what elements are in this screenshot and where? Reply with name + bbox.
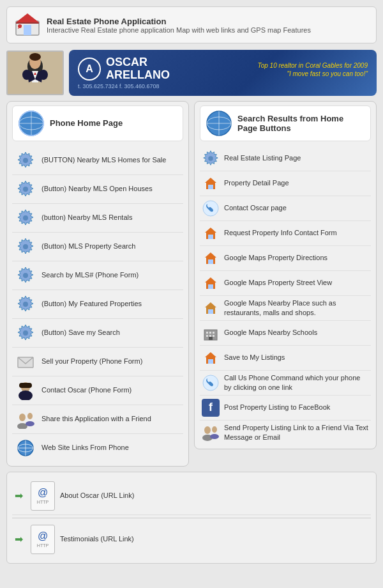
svg-rect-50 [208,235,213,239]
right-list-item[interactable]: Google Maps Property Street View [200,271,371,296]
list-item[interactable]: Web Site Links From Phone [12,434,183,462]
right-list-item[interactable]: Google Maps Property Directions [200,246,371,271]
svg-point-14 [22,70,31,80]
svg-rect-66 [208,359,213,364]
globe-icon [15,437,36,459]
item-9-text: Share this Application with a Friend [41,414,151,423]
list-item[interactable]: (BUTTON) Nearby MLS Homes for Sale [12,146,183,175]
right-panel: Search Results from Home Page Buttons Re… [194,101,377,449]
right-item-2-text: Contact Oscar page [224,203,287,212]
list-item[interactable]: (button) Nearby MLS Rentals [12,204,183,233]
right-item-10-text: Post Property Listing to FaceBook [224,403,330,412]
url-item-1[interactable]: ➡ @ HTTP Testimonials (URL Link) [12,521,371,558]
arrow-icon: ➡ [15,490,23,502]
list-item[interactable]: (Button) MLS Property Search [12,233,183,261]
svg-point-15 [39,70,48,80]
gear-icon [15,322,36,344]
right-list-item[interactable]: Request Property Info Contact Form [200,221,371,246]
svg-rect-59 [209,332,211,334]
agent-name-line1: OSCAR [106,56,170,69]
left-panel-header: Phone Home Page [12,105,183,141]
list-item[interactable]: (Button) Nearby MLS Open Houses [12,175,183,204]
header-text: Real Estate Phone Application Interactiv… [47,17,311,34]
url-1-text: Testimonials (URL Link) [60,534,134,543]
house-icon [201,274,220,293]
svg-point-33 [19,414,26,421]
gear-icon [15,265,36,286]
right-list-item[interactable]: Call Us Phone Command which your phone b… [200,371,371,396]
list-item[interactable]: (Button) Save my Search [12,319,183,348]
svg-point-9 [29,53,41,61]
right-item-6-text: Google Maps Nearby Place such as restaur… [224,298,370,317]
svg-rect-47 [208,185,213,189]
right-panel-icon [206,110,232,137]
house-icon [201,174,220,193]
svg-point-35 [27,413,33,419]
envelope-icon [15,351,36,373]
svg-point-27 [23,302,28,307]
left-column: Phone Home Page (BUTTON) Nearby MLS Home… [6,101,189,467]
svg-rect-58 [206,332,208,334]
phone-icon [201,373,220,392]
svg-point-32 [19,391,33,400]
right-list-item[interactable]: Contact Oscar page [200,196,371,221]
svg-rect-31 [19,383,32,388]
item-2-text: (button) Nearby MLS Rentals [41,213,132,222]
list-item[interactable]: Sell your Property (Phone Form) [12,348,183,376]
svg-rect-3 [16,22,39,24]
list-item[interactable]: (Button) My Featured Properties [12,290,183,319]
right-item-3-text: Request Property Info Contact Form [224,228,337,237]
svg-rect-60 [213,332,214,334]
right-list-item[interactable]: Real Estate Listing Page [200,146,371,171]
facebook-icon: f [201,398,220,417]
phone-icon [201,199,220,218]
svg-rect-62 [209,335,211,337]
url-file-icon: @ HTTP [31,525,55,554]
header-bar: Real Estate Phone Application Interactiv… [6,6,377,43]
svg-point-68 [204,426,211,434]
left-panel: Phone Home Page (BUTTON) Nearby MLS Home… [6,101,189,467]
gear-icon [15,207,36,229]
item-10-text: Web Site Links From Phone [41,443,129,452]
svg-point-70 [212,426,217,433]
item-4-text: Search by MLS# (Phone Form) [41,270,139,279]
left-panel-title: Phone Home Page [50,118,123,128]
gear-icon [15,150,36,171]
right-list-item[interactable]: Google Maps Nearby Schools [200,321,371,346]
right-list-item[interactable]: Send Property Listing Link to a Friend V… [200,421,371,445]
right-list-item[interactable]: Google Maps Nearby Place such as restaur… [200,296,371,321]
svg-point-36 [26,421,34,426]
svg-point-45 [208,156,213,160]
svg-point-28 [23,330,28,336]
right-item-8-text: Save to My Listings [224,353,285,362]
svg-rect-56 [208,309,213,314]
svg-rect-52 [208,259,213,264]
header-subtitle: Interactive Real Estate phone applicatio… [47,26,311,34]
main-columns: Phone Home Page (BUTTON) Nearby MLS Home… [6,101,377,467]
app-icon [15,12,40,38]
agent-banner: A OSCAR ARELLANO Top 10 realtor in Coral… [6,50,377,96]
agent-logo: A [78,58,101,81]
house-small-icon [201,298,220,318]
list-item[interactable]: Share this Application with a Friend [12,405,183,434]
right-list-item[interactable]: f Post Property Listing to FaceBook [200,396,371,421]
agent-phone: t. 305.625.7324 f. 305.460.6708 [78,83,368,89]
right-list-item[interactable]: Save to My Listings [200,346,371,371]
right-item-4-text: Google Maps Property Directions [224,253,327,262]
house-icon [201,224,220,243]
item-5-text: (Button) My Featured Properties [41,299,142,308]
item-6-text: (Button) Save my Search [41,328,120,337]
list-item[interactable]: Contact Oscar (Phone Form) [12,376,183,405]
right-item-11-text: Send Property Listing Link to a Friend V… [224,423,370,442]
share-icon [15,408,36,430]
right-panel-title: Search Results from Home Page Buttons [237,114,365,133]
svg-point-26 [23,273,28,278]
url-links-section: ➡ @ HTTP About Oscar (URL Link) ➡ @ HTTP… [6,472,377,564]
svg-rect-61 [206,335,208,337]
url-item-0[interactable]: ➡ @ HTTP About Oscar (URL Link) [12,477,371,515]
gear-icon [15,236,36,258]
right-list-item[interactable]: Property Detail Page [200,171,371,196]
list-item[interactable]: Search by MLS# (Phone Form) [12,261,183,290]
right-item-1-text: Property Detail Page [224,178,289,187]
agent-quote: "I move fast so you can too!" [257,70,368,77]
